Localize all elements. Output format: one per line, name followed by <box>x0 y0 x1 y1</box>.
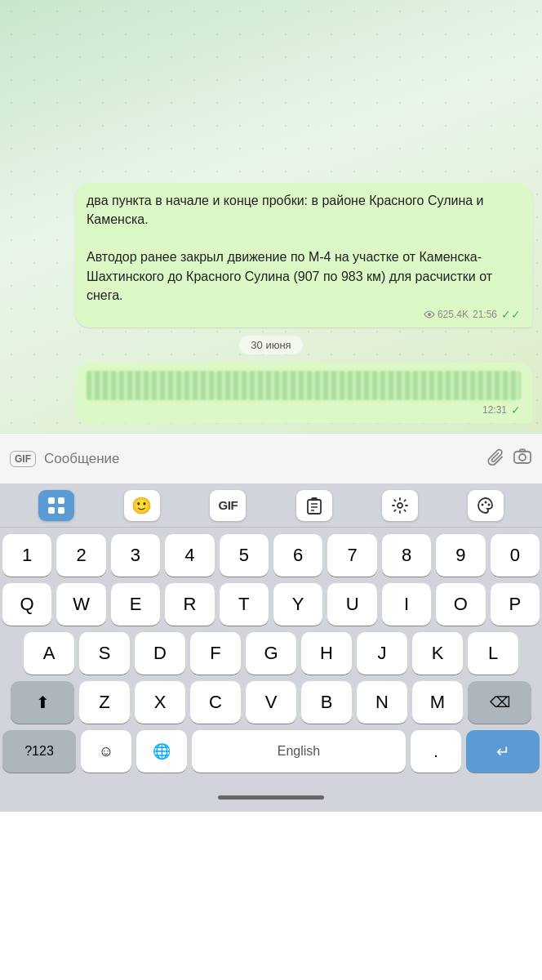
toolbar-sticker-button[interactable]: 🙂 <box>124 490 160 521</box>
key-h[interactable]: H <box>301 632 352 675</box>
numbers-switch-key[interactable]: ?123 <box>2 730 76 773</box>
bottom-bar <box>0 782 542 812</box>
redacted-content <box>87 371 521 400</box>
key-v[interactable]: V <box>246 681 296 724</box>
key-0[interactable]: 0 <box>491 534 540 577</box>
return-key[interactable]: ↵ <box>466 730 540 773</box>
svg-point-2 <box>519 454 526 461</box>
emoji-key[interactable]: ☺ <box>81 730 131 773</box>
message-input[interactable] <box>44 451 478 467</box>
message-time: 21:56 <box>473 309 497 320</box>
key-j[interactable]: J <box>357 632 407 675</box>
input-bar: GIF <box>0 433 542 483</box>
key-a[interactable]: A <box>24 632 74 675</box>
svg-point-12 <box>482 503 484 506</box>
key-z[interactable]: Z <box>79 681 130 724</box>
message-text: два пункта в начале и конце пробки: в ра… <box>87 191 521 305</box>
key-r[interactable]: R <box>165 583 214 626</box>
key-u[interactable]: U <box>327 583 376 626</box>
key-f[interactable]: F <box>190 632 241 675</box>
svg-point-0 <box>428 313 431 316</box>
keyboard-toolbar: 🙂 GIF <box>0 483 542 528</box>
svg-rect-6 <box>58 507 64 514</box>
qwerty-row: Q W E R T Y U I O P <box>2 583 540 626</box>
backspace-key[interactable]: ⌫ <box>468 681 531 724</box>
gif-button[interactable]: GIF <box>10 451 36 467</box>
key-s[interactable]: S <box>79 632 130 675</box>
key-l[interactable]: L <box>468 632 518 675</box>
redacted-message-bubble: 12:31 ✓ <box>75 363 532 423</box>
key-3[interactable]: 3 <box>111 534 160 577</box>
key-x[interactable]: X <box>135 681 185 724</box>
globe-key[interactable]: 🌐 <box>136 730 187 773</box>
key-y[interactable]: Y <box>273 583 322 626</box>
key-g[interactable]: G <box>246 632 296 675</box>
toolbar-clipboard-button[interactable] <box>296 490 332 521</box>
key-m[interactable]: M <box>412 681 463 724</box>
key-7[interactable]: 7 <box>327 534 376 577</box>
key-5[interactable]: 5 <box>220 534 269 577</box>
toolbar-apps-button[interactable] <box>38 490 74 521</box>
key-1[interactable]: 1 <box>2 534 51 577</box>
redacted-check-icon: ✓ <box>511 403 521 416</box>
svg-point-13 <box>485 501 487 503</box>
key-k[interactable]: K <box>412 632 463 675</box>
chat-area: два пункта в начале и конце пробки: в ра… <box>0 0 542 433</box>
svg-point-14 <box>488 503 491 506</box>
asdf-row: A S D F G H J K L <box>2 632 540 675</box>
toolbar-palette-button[interactable] <box>468 490 504 521</box>
key-2[interactable]: 2 <box>56 534 105 577</box>
key-d[interactable]: D <box>135 632 185 675</box>
svg-rect-3 <box>48 497 55 504</box>
key-c[interactable]: C <box>190 681 241 724</box>
key-6[interactable]: 6 <box>273 534 322 577</box>
sticker-icon: 🙂 <box>131 496 152 515</box>
shift-key[interactable]: ⬆ <box>11 681 74 724</box>
key-p[interactable]: P <box>491 583 540 626</box>
period-key[interactable]: . <box>411 730 461 773</box>
redacted-time: 12:31 <box>482 404 507 416</box>
key-w[interactable]: W <box>56 583 105 626</box>
redacted-meta: 12:31 ✓ <box>482 403 521 416</box>
number-row: 1 2 3 4 5 6 7 8 9 0 <box>2 534 540 577</box>
svg-rect-4 <box>58 497 64 504</box>
key-q[interactable]: Q <box>2 583 51 626</box>
key-o[interactable]: O <box>436 583 485 626</box>
key-4[interactable]: 4 <box>165 534 214 577</box>
bottom-row: ?123 ☺ 🌐 English . ↵ <box>2 730 540 773</box>
key-b[interactable]: B <box>301 681 352 724</box>
date-label: 30 июня <box>239 336 302 354</box>
date-divider: 30 июня <box>10 336 532 354</box>
key-8[interactable]: 8 <box>382 534 431 577</box>
message-meta: 625.4K 21:56 ✓✓ <box>87 308 521 321</box>
key-i[interactable]: I <box>382 583 431 626</box>
svg-rect-1 <box>514 452 531 463</box>
keyboard-area: 1 2 3 4 5 6 7 8 9 0 Q W E R T Y U I O P … <box>0 528 542 782</box>
toolbar-gif-button[interactable]: GIF <box>210 490 246 521</box>
zxcv-row: ⬆ Z X C V B N M ⌫ <box>2 681 540 724</box>
attach-button[interactable] <box>486 448 504 470</box>
space-key[interactable]: English <box>192 730 406 773</box>
svg-rect-5 <box>48 507 55 514</box>
key-n[interactable]: N <box>357 681 407 724</box>
key-9[interactable]: 9 <box>436 534 485 577</box>
key-t[interactable]: T <box>220 583 269 626</box>
check-icon: ✓✓ <box>501 308 521 321</box>
toolbar-settings-button[interactable] <box>382 490 418 521</box>
message-views: 625.4K <box>424 309 469 320</box>
message-bubble-outgoing: два пункта в начале и конце пробки: в ра… <box>75 183 532 327</box>
key-e[interactable]: E <box>111 583 160 626</box>
svg-point-11 <box>398 503 402 508</box>
camera-button[interactable] <box>513 447 532 471</box>
home-indicator <box>218 795 324 800</box>
gif-label: GIF <box>219 498 238 512</box>
